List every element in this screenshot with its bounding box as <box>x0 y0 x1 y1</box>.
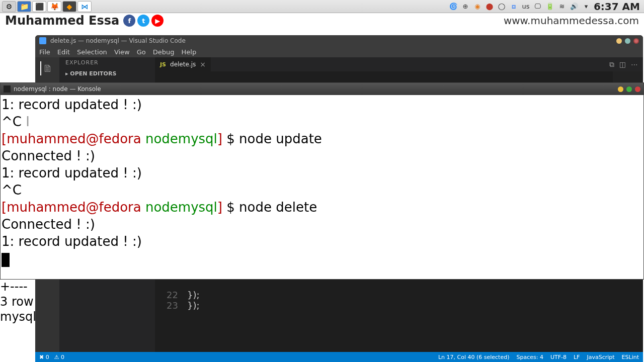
status-errors[interactable]: ✖ 0 <box>39 354 49 360</box>
maximize-icon[interactable] <box>625 38 630 44</box>
vscode-icon <box>39 37 46 44</box>
author-name: Muhammed Essa <box>5 14 119 28</box>
menu-go[interactable]: Go <box>137 48 146 56</box>
tray-icon[interactable]: 🌀 <box>449 2 458 11</box>
editor-tabs: JS delete.js × ⧉ ◫ ⋯ <box>155 57 643 71</box>
konsole-icon <box>4 85 11 93</box>
code-line: }); <box>187 290 200 300</box>
keyboard-layout[interactable]: us <box>521 2 530 11</box>
taskbar-left: ⚙ 📁 ⬛ 🦊 ◆ ⋈ <box>0 1 92 12</box>
status-position[interactable]: Ln 17, Col 40 (6 selected) <box>438 354 510 360</box>
terminal-cursor-line <box>2 250 643 267</box>
clock[interactable]: 6:37 AM <box>594 1 640 13</box>
tray-icon[interactable]: ◉ <box>473 2 482 11</box>
files-icon[interactable]: 📁 <box>17 1 31 12</box>
volume-icon[interactable]: 🔊 <box>570 2 579 11</box>
open-editors-section[interactable]: ▸ OPEN EDITORS <box>59 69 155 79</box>
chrome-icon[interactable]: ◯ <box>497 2 506 11</box>
terminal-line: Connected ! :) <box>2 147 643 164</box>
menu-selection[interactable]: Selection <box>77 48 107 56</box>
code-line: }); <box>187 300 200 311</box>
konsole-window: nodemysql : node — Konsole 1: record upd… <box>0 82 644 280</box>
minimize-icon[interactable] <box>618 86 623 92</box>
app-menu-icon[interactable]: ⚙ <box>2 1 16 12</box>
terminal-body[interactable]: 1: record updated ! :) ^C I [muhammed@fe… <box>1 95 643 267</box>
status-eol[interactable]: LF <box>574 354 580 360</box>
menu-help[interactable]: Help <box>182 48 197 56</box>
background-terminal: +---- 3 row mysql <box>0 279 36 324</box>
sidebar-header: EXPLORER <box>59 57 155 69</box>
vscode-menubar: File Edit Selection View Go Debug Help <box>35 46 643 57</box>
status-encoding[interactable]: UTF-8 <box>550 354 567 360</box>
terminal-line: Connected ! :) <box>2 216 643 233</box>
minimize-icon[interactable] <box>616 38 622 44</box>
terminal-prompt: [muhammed@fedora nodemysql] $ node updat… <box>2 130 643 147</box>
terminal-line: 1: record updated ! :) <box>2 233 643 250</box>
split-editor-icon[interactable]: ◫ <box>619 60 626 68</box>
firefox-icon[interactable]: 🦊 <box>47 1 61 12</box>
js-file-icon: JS <box>160 61 166 68</box>
youtube-icon[interactable]: ▶ <box>151 15 164 27</box>
network-icon[interactable]: ≋ <box>557 2 567 11</box>
compare-icon[interactable]: ⧉ <box>609 60 614 69</box>
status-language[interactable]: JavaScript <box>587 354 614 360</box>
twitter-icon[interactable]: t <box>137 15 149 27</box>
terminal-line: ^C I <box>2 113 643 130</box>
system-tray: 🌀 ⊕ ◉ ⬤ ◯ ⧈ us 🖵 🔋 ≋ 🔊 ▾ 6:37 AM <box>449 1 644 13</box>
terminal-prompt: [muhammed@fedora nodemysql] $ node delet… <box>2 199 643 216</box>
terminal-line: 1: record updated ! :) <box>2 164 643 182</box>
konsole-title: nodemysql : node — Konsole <box>14 85 101 93</box>
system-panel: ⚙ 📁 ⬛ 🦊 ◆ ⋈ 🌀 ⊕ ◉ ⬤ ◯ ⧈ us 🖵 🔋 ≋ 🔊 ▾ 6:3… <box>0 0 644 13</box>
video-banner: Muhammed Essa f t ▶ www.muhammedessa.com <box>0 13 644 28</box>
tab-label: delete.js <box>170 61 196 68</box>
status-warnings[interactable]: ⚠ 0 <box>54 354 64 360</box>
menu-edit[interactable]: Edit <box>57 48 70 56</box>
konsole-titlebar[interactable]: nodemysql : node — Konsole <box>1 83 643 95</box>
explorer-icon[interactable]: 🗎 <box>40 61 54 75</box>
terminal-icon[interactable]: ⬛ <box>32 1 46 12</box>
bg-term-line: mysql <box>0 309 36 324</box>
menu-view[interactable]: View <box>114 48 130 56</box>
close-tab-icon[interactable]: × <box>200 60 206 68</box>
text-cursor-icon: I <box>22 114 30 129</box>
website-url: www.muhammedessa.com <box>504 15 639 27</box>
close-icon[interactable] <box>633 38 639 44</box>
close-icon[interactable] <box>635 86 640 92</box>
terminal-line: 1: record updated ! :) <box>2 96 643 113</box>
vscode-titlebar[interactable]: delete.js — nodemysql — Visual Studio Co… <box>35 35 643 46</box>
tray-icon[interactable]: ⊕ <box>461 2 470 11</box>
vscode-statusbar: ✖ 0 ⚠ 0 Ln 17, Col 40 (6 selected) Space… <box>35 352 643 362</box>
menu-file[interactable]: File <box>39 48 50 56</box>
record-icon[interactable]: ⬤ <box>485 2 494 11</box>
line-number: 23 <box>155 300 187 311</box>
vscode-task-icon[interactable]: ⋈ <box>77 1 92 12</box>
line-number: 22 <box>155 290 187 300</box>
bg-term-line: +---- <box>0 279 36 294</box>
block-cursor <box>2 253 10 267</box>
battery-icon[interactable]: 🔋 <box>545 2 554 11</box>
sublime-icon[interactable]: ◆ <box>62 1 76 12</box>
menu-debug[interactable]: Debug <box>153 48 175 56</box>
terminal-line: ^C <box>2 182 643 199</box>
display-icon[interactable]: 🖵 <box>533 2 542 11</box>
maximize-icon[interactable] <box>626 86 632 92</box>
bg-term-line: 3 row <box>0 294 36 309</box>
vscode-title: delete.js — nodemysql — Visual Studio Co… <box>50 37 186 44</box>
dropbox-icon[interactable]: ⧈ <box>509 2 518 11</box>
facebook-icon[interactable]: f <box>123 15 135 27</box>
tab-delete-js[interactable]: JS delete.js × <box>155 57 211 71</box>
dropdown-icon[interactable]: ▾ <box>582 2 591 11</box>
status-spaces[interactable]: Spaces: 4 <box>516 354 543 360</box>
more-icon[interactable]: ⋯ <box>631 60 638 68</box>
status-eslint[interactable]: ESLint <box>622 354 639 360</box>
code-editor[interactable]: 22 }); 23}); <box>155 288 643 313</box>
